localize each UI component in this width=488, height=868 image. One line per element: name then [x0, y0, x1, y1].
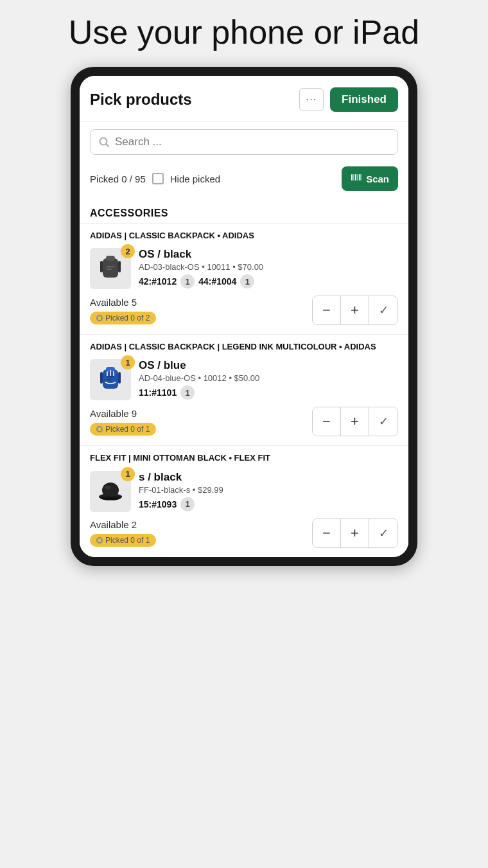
backpack-black-icon — [94, 252, 127, 285]
svg-point-24 — [102, 483, 119, 498]
product-sku-1: AD-03-black-OS • 10011 • $70.00 — [139, 262, 398, 272]
picked-badge-1: Picked 0 of 2 — [90, 312, 156, 324]
page-title: Pick products — [90, 91, 192, 109]
search-bar — [80, 121, 408, 161]
decrement-button-2[interactable]: − — [313, 407, 341, 436]
availability-row-2: Available 9 Picked 0 of 1 − + ✓ — [90, 407, 398, 436]
order-count-2a: 1 — [180, 385, 195, 400]
product-row-3: 1 s / black FF-01-black-s • $29.99 15:#1… — [90, 471, 398, 512]
order-tag-1a: 42:#1012 — [139, 276, 177, 287]
product-variant-1: OS / black — [139, 248, 398, 261]
search-input[interactable] — [115, 136, 390, 148]
order-tag-2a: 11:#1101 — [139, 387, 177, 398]
hide-picked-label: Hide picked — [170, 173, 220, 184]
increment-button-2[interactable]: + — [341, 407, 369, 436]
hat-black-icon — [94, 475, 127, 508]
hide-picked-checkbox[interactable] — [152, 173, 164, 184]
svg-rect-8 — [103, 258, 118, 278]
svg-point-25 — [105, 486, 111, 490]
pick-status-bar: Picked 0 / 95 Hide picked Scan — [80, 161, 408, 199]
order-tag-1b: 44:#1004 — [198, 276, 236, 287]
finished-button[interactable]: Finished — [330, 87, 398, 112]
svg-rect-3 — [354, 174, 354, 181]
confirm-button-1[interactable]: ✓ — [369, 296, 397, 324]
picked-badge-label-3: Picked 0 of 1 — [105, 536, 150, 545]
svg-rect-9 — [106, 256, 115, 261]
page-headline: Use your phone or iPad — [19, 13, 469, 51]
header-actions: ··· Finished — [299, 87, 398, 112]
svg-rect-11 — [107, 269, 112, 270]
confirm-button-2[interactable]: ✓ — [369, 407, 397, 436]
svg-rect-5 — [358, 174, 358, 181]
decrement-button-3[interactable]: − — [313, 519, 341, 547]
svg-rect-19 — [118, 372, 121, 384]
order-tags-2: 11:#1101 1 — [139, 385, 398, 400]
qty-badge-3: 1 — [121, 467, 135, 481]
available-text-2: Available 9 — [90, 408, 156, 419]
product-item-2: ADIDAS | CLASSIC BACKPACK | LEGEND INK M… — [80, 334, 408, 445]
product-name-1: ADIDAS | CLASSIC BACKPACK • ADIDAS — [90, 230, 398, 242]
order-count-1b: 1 — [240, 274, 254, 288]
order-count-3a: 1 — [180, 497, 195, 511]
picked-count-label: Picked 0 / 95 — [90, 173, 146, 184]
product-name-3: FLEX FIT | MINI OTTOMAN BLACK • FLEX FIT — [90, 452, 398, 464]
qty-badge-2: 1 — [121, 355, 135, 369]
increment-button-1[interactable]: + — [341, 296, 369, 324]
order-count-1a: 1 — [180, 274, 195, 288]
svg-rect-2 — [351, 174, 353, 181]
scan-icon — [351, 172, 362, 186]
qty-controls-3: − + ✓ — [312, 518, 398, 548]
picked-badge-3: Picked 0 of 1 — [90, 534, 156, 547]
product-details-2: OS / blue AD-04-blue-OS • 10012 • $50.00… — [139, 359, 398, 400]
picked-badge-circle-2 — [96, 426, 103, 432]
order-tag-3a: 15:#1093 — [139, 499, 177, 509]
product-item-1: ADIDAS | CLASSIC BACKPACK • ADIDAS — [80, 223, 408, 334]
availability-left-2: Available 9 Picked 0 of 1 — [90, 408, 156, 436]
product-sku-2: AD-04-blue-OS • 10012 • $50.00 — [139, 373, 398, 383]
product-image-wrap-2: 1 — [90, 359, 131, 400]
section-accessories: ACCESSORIES — [80, 199, 408, 223]
product-image-wrap-1: 2 — [90, 248, 131, 289]
svg-line-1 — [107, 145, 109, 147]
product-item-3: FLEX FIT | MINI OTTOMAN BLACK • FLEX FIT — [80, 445, 408, 556]
picked-badge-label-2: Picked 0 of 1 — [105, 425, 150, 434]
scan-button[interactable]: Scan — [342, 166, 398, 191]
svg-rect-4 — [355, 174, 356, 181]
availability-left-3: Available 2 Picked 0 of 1 — [90, 519, 156, 547]
search-icon — [98, 136, 110, 148]
product-variant-3: s / black — [139, 471, 398, 484]
picked-badge-2: Picked 0 of 1 — [90, 423, 156, 436]
svg-rect-6 — [359, 174, 360, 181]
svg-rect-16 — [107, 376, 114, 378]
device-frame: Pick products ··· Finished Picked 0 / 95… — [71, 67, 417, 566]
svg-rect-18 — [100, 372, 103, 384]
availability-row-3: Available 2 Picked 0 of 1 − + ✓ — [90, 518, 398, 548]
increment-button-3[interactable]: + — [341, 519, 369, 547]
section-title-accessories: ACCESSORIES — [90, 208, 168, 218]
order-tags-1: 42:#1012 1 44:#1004 1 — [139, 274, 398, 288]
available-text-1: Available 5 — [90, 297, 156, 308]
backpack-blue-icon — [94, 363, 127, 396]
decrement-button-1[interactable]: − — [313, 296, 341, 324]
qty-badge-1: 2 — [121, 244, 135, 258]
product-row-1: 2 OS / black AD-03-black-OS • 10011 • $7… — [90, 248, 398, 289]
availability-left-1: Available 5 Picked 0 of 2 — [90, 297, 156, 324]
available-text-3: Available 2 — [90, 519, 156, 530]
product-variant-2: OS / blue — [139, 359, 398, 372]
device-screen: Pick products ··· Finished Picked 0 / 95… — [80, 76, 408, 557]
picked-badge-label-1: Picked 0 of 2 — [105, 314, 150, 323]
picked-badge-circle-1 — [96, 315, 103, 321]
more-button[interactable]: ··· — [299, 88, 324, 111]
availability-row-1: Available 5 Picked 0 of 2 − + ✓ — [90, 296, 398, 325]
svg-rect-10 — [107, 266, 114, 267]
product-row-2: 1 OS / blue AD-04-blue-OS • 10012 • $50.… — [90, 359, 398, 400]
product-image-wrap-3: 1 — [90, 471, 131, 512]
app-header: Pick products ··· Finished — [80, 76, 408, 121]
svg-rect-17 — [107, 379, 112, 380]
scan-label: Scan — [366, 173, 389, 184]
svg-rect-7 — [361, 174, 362, 181]
product-sku-3: FF-01-black-s • $29.99 — [139, 485, 398, 495]
search-input-wrap — [90, 129, 398, 155]
confirm-button-3[interactable]: ✓ — [369, 519, 397, 547]
svg-rect-13 — [118, 261, 121, 272]
